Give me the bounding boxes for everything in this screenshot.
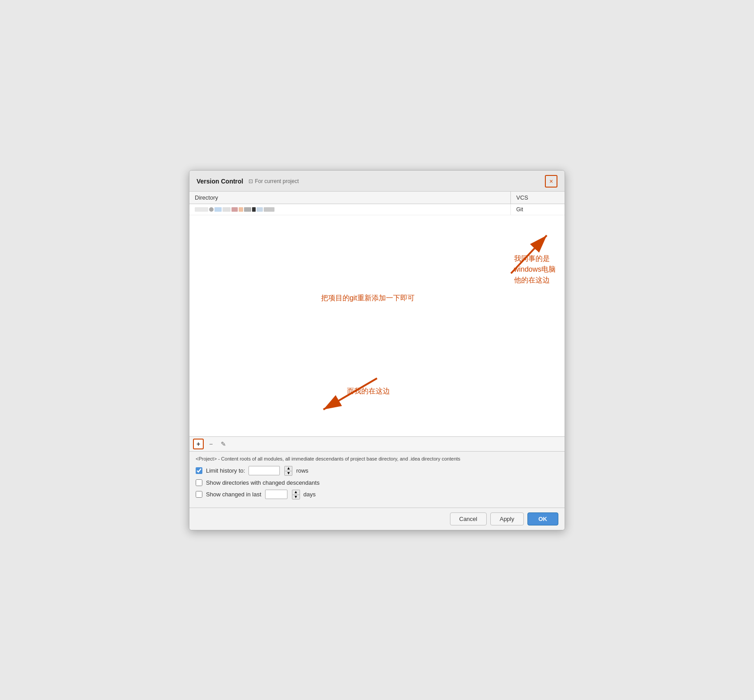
show-changed-input[interactable]: 31 <box>265 490 287 499</box>
apply-button[interactable]: Apply <box>490 512 524 525</box>
limit-history-spinner: ▲ ▼ <box>284 466 292 476</box>
project-hint: <Project> - Content roots of all modules… <box>196 456 558 461</box>
limit-history-row: Limit history to: 1,000 ▲ ▼ rows <box>196 466 558 476</box>
annotation-bottom: 而我的在这边 <box>347 387 390 396</box>
table-row[interactable]: Git <box>189 204 565 215</box>
changed-spinner-up[interactable]: ▲ <box>292 490 300 495</box>
column-header-directory: Directory <box>189 192 511 204</box>
changed-spinner-down[interactable]: ▼ <box>292 495 300 499</box>
show-changed-row: Show changed in last 31 ▲ ▼ days <box>196 490 558 499</box>
ok-button[interactable]: OK <box>527 512 559 525</box>
version-control-dialog: Version Control ⊡ For current project × … <box>189 170 565 530</box>
close-button[interactable]: × <box>545 175 557 188</box>
dialog-subtitle: ⊡ For current project <box>248 178 299 184</box>
footer-area: <Project> - Content roots of all modules… <box>189 452 565 508</box>
toolbar: + − ✎ <box>189 437 565 452</box>
table-row-directory <box>189 204 511 215</box>
dialog-footer: Cancel Apply OK <box>189 508 565 530</box>
show-changed-unit: days <box>304 491 316 498</box>
table-container: Git 把项目的git重新添加一下即可 我同事的是 windows电脑 他的在这… <box>189 204 565 452</box>
show-dirs-label: Show directories with changed descendant… <box>206 479 320 486</box>
limit-history-input[interactable]: 1,000 <box>248 466 280 475</box>
dialog-header: Version Control ⊡ For current project × <box>189 171 565 192</box>
annotation-arrows <box>189 204 565 436</box>
column-header-vcs: VCS <box>511 192 565 204</box>
annotation-center: 把项目的git重新添加一下即可 <box>321 294 415 303</box>
add-button[interactable]: + <box>193 439 204 449</box>
subtitle-icon: ⊡ <box>248 178 253 184</box>
show-changed-label: Show changed in last <box>206 491 261 498</box>
row-icons <box>195 207 274 212</box>
show-dirs-row: Show directories with changed descendant… <box>196 479 558 486</box>
spinner-up-button[interactable]: ▲ <box>284 466 292 471</box>
show-changed-spinner: ▲ ▼ <box>292 490 300 499</box>
limit-rows-label: rows <box>296 467 308 474</box>
table-row-vcs: Git <box>511 204 565 215</box>
cancel-button[interactable]: Cancel <box>450 512 487 525</box>
show-changed-checkbox[interactable] <box>196 491 202 498</box>
dialog-title: Version Control <box>197 178 243 185</box>
limit-history-checkbox[interactable] <box>196 467 202 474</box>
limit-history-label: Limit history to: <box>206 467 245 474</box>
edit-button[interactable]: ✎ <box>218 439 229 449</box>
spinner-down-button[interactable]: ▼ <box>284 471 292 476</box>
show-dirs-checkbox[interactable] <box>196 479 202 486</box>
table-area: Git 把项目的git重新添加一下即可 我同事的是 windows电脑 他的在这… <box>189 204 565 437</box>
remove-button[interactable]: − <box>206 439 216 449</box>
annotation-right: 我同事的是 windows电脑 他的在这边 <box>514 253 556 286</box>
table-header: Directory VCS <box>189 192 565 204</box>
